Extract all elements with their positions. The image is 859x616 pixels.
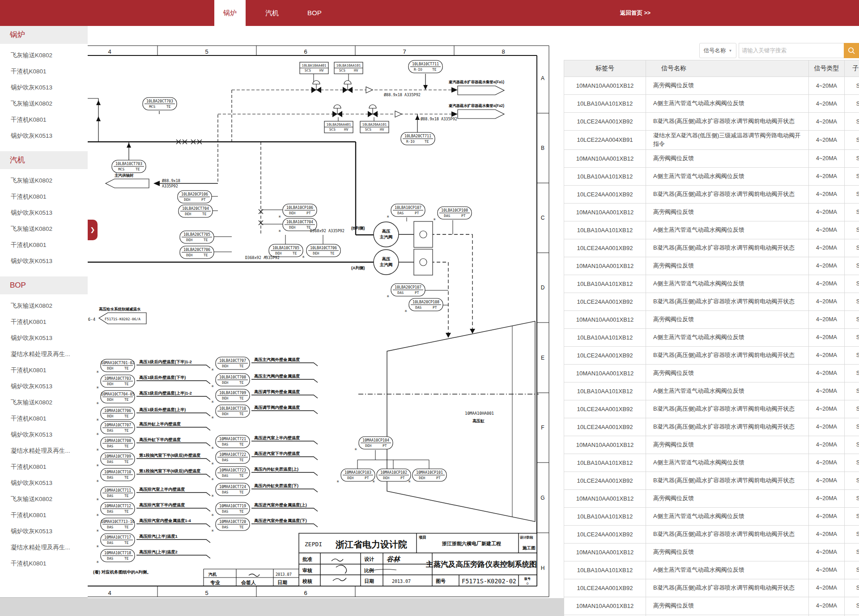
- sidebar-item[interactable]: 飞灰输送K0802: [0, 221, 88, 237]
- table-row[interactable]: 10MAN10AA001XB12高旁阀阀位反馈4~20MASCS: [564, 257, 859, 275]
- sidebar-item[interactable]: 锅炉吹灰K0513: [0, 523, 88, 540]
- table-row[interactable]: 10LCE24AA001XB92B凝汽器(高压侧)疏水扩容器喷水调节阀前电动阀开…: [564, 185, 859, 203]
- table-row[interactable]: 10MAN10AA001XB12高旁阀阀位反馈4~20MASCS: [564, 77, 859, 95]
- cell-name: 高旁阀阀位反馈: [646, 77, 809, 95]
- table-row[interactable]: 10MAN10AA001XB12高旁阀阀位反馈4~20MASCS: [564, 436, 859, 454]
- tag-type: TE: [239, 412, 244, 416]
- cell-tag: 10MAN10AA001XB12: [564, 310, 646, 328]
- table-row[interactable]: 10MAN10AA001XB12高旁阀阀位反馈4~20MASCS: [564, 203, 859, 221]
- cell-tag: 10LCE24AA001XB92: [564, 113, 646, 131]
- sidebar-item[interactable]: 干渣机K0801: [0, 459, 88, 475]
- sidebar-item[interactable]: 干渣机K0801: [0, 362, 88, 378]
- sidebar-item[interactable]: 干渣机K0801: [0, 189, 88, 205]
- svg-text:施工图: 施工图: [522, 545, 536, 550]
- sidebar-collapse-handle[interactable]: ❯: [88, 220, 98, 240]
- tab-0[interactable]: 锅炉: [214, 0, 246, 26]
- search-input[interactable]: [739, 43, 844, 58]
- cell-name: A侧主蒸汽管道气动疏水阀阀位反馈: [646, 275, 809, 293]
- sidebar-item[interactable]: 凝结水精处理及再生...: [0, 346, 88, 362]
- sidebar-item[interactable]: 锅炉吹灰K0513: [0, 378, 88, 395]
- sidebar-item[interactable]: 锅炉吹灰K0513: [0, 475, 88, 491]
- sidebar-item[interactable]: 锅炉吹灰K0513: [0, 80, 88, 96]
- sidebar-item[interactable]: 干渣机K0801: [0, 556, 88, 572]
- sidebar-item[interactable]: 锅炉吹灰K0513: [0, 330, 88, 346]
- sidebar-section-2[interactable]: BOP: [0, 276, 88, 294]
- table-row[interactable]: 10LCE24AA001XB92B凝汽器(高压侧)疏水扩容器喷水调节阀前电动阀开…: [564, 113, 859, 131]
- table-row[interactable]: 10LCE24AA001XB92B凝汽器(高压侧)疏水扩容器喷水调节阀前电动阀开…: [564, 346, 859, 364]
- table-row[interactable]: 10LCE22AA004XB91凝结水至A凝汽器(低压侧)三级减温器调节阀旁路电…: [564, 131, 859, 150]
- table-row[interactable]: 10LCE24AA001XB92B凝汽器(高压侧)疏水扩容器喷水调节阀前电动阀开…: [564, 525, 859, 543]
- table-row[interactable]: 10LCE24AA001XB92B凝汽器(高压侧)疏水扩容器喷水调节阀前电动阀开…: [564, 579, 859, 597]
- table-row[interactable]: 10MAN10AA001XB12高旁阀阀位反馈4~20MASCS: [564, 489, 859, 507]
- table-row[interactable]: 10LBA10AA101XB12A侧主蒸汽管道气动疏水阀阀位反馈4~20MASC…: [564, 95, 859, 113]
- tag-number: 10MAA10CT711: [104, 488, 131, 493]
- home-link[interactable]: 返回首页 >>: [620, 0, 651, 26]
- sidebar-item[interactable]: 锅炉吹灰K0513: [0, 427, 88, 443]
- sidebar-item[interactable]: 锅炉吹灰K0513: [0, 253, 88, 269]
- sidebar-item[interactable]: 锅炉吹灰K0513: [0, 205, 88, 221]
- sidebar-section-1[interactable]: 汽机: [0, 151, 88, 169]
- cell-type: 4~20MA: [809, 257, 845, 275]
- sidebar-item[interactable]: 凝结水精处理及再生...: [0, 443, 88, 459]
- table-row[interactable]: 10MAN10AA001XB12高旁阀阀位反馈4~20MASCS: [564, 310, 859, 328]
- cell-name: 高旁阀阀位反馈: [646, 149, 809, 167]
- table-row[interactable]: 10LBA10AA101XB12A侧主蒸汽管道气动疏水阀阀位反馈4~20MASC…: [564, 382, 859, 400]
- sidebar-item[interactable]: 飞灰输送K0802: [0, 47, 88, 64]
- cell-subsys: SCS: [845, 275, 859, 293]
- table-row[interactable]: 10LBA10AA101XB12A侧主蒸汽管道气动疏水阀阀位反馈4~20MASC…: [564, 221, 859, 239]
- table-row[interactable]: 10LBA10AA101XB12A侧主蒸汽管道气动疏水阀阀位反馈4~20MASC…: [564, 507, 859, 525]
- sidebar-item[interactable]: 干渣机K0801: [0, 314, 88, 330]
- table-row[interactable]: 10LBA10AA101XB12A侧主蒸汽管道气动疏水阀阀位反馈4~20MASC…: [564, 275, 859, 293]
- sidebar-item[interactable]: 飞灰输送K0802: [0, 298, 88, 314]
- sidebar-item[interactable]: 干渣机K0801: [0, 64, 88, 80]
- sidebar-item[interactable]: 飞灰输送K0802: [0, 173, 88, 189]
- cell-tag: 10LBA10AA101XB12: [564, 167, 646, 185]
- grid-ref-right: H: [541, 565, 545, 571]
- tag-system: DAS: [107, 494, 113, 498]
- star-mark-icon: ✳: [211, 529, 214, 533]
- sidebar-item[interactable]: 飞灰输送K0802: [0, 491, 88, 507]
- table-row[interactable]: 10LCE24AA001XB92B凝汽器(高压侧)疏水扩容器喷水调节阀前电动阀开…: [564, 400, 859, 418]
- table-row[interactable]: 10LBA10AA101XB12A侧主蒸汽管道气动疏水阀阀位反馈4~20MASC…: [564, 454, 859, 472]
- sidebar-item[interactable]: 干渣机K0801: [0, 112, 88, 128]
- sidebar-item[interactable]: 飞灰输送K0802: [0, 96, 88, 112]
- table-row[interactable]: 10MAN10AA001XB12高旁阀阀位反馈4~20MASCS: [564, 364, 859, 382]
- sidebar-item[interactable]: 凝结水精处理及再生...: [0, 540, 88, 556]
- cell-tag: 10LBA10AA101XB12: [564, 275, 646, 293]
- search-field-select[interactable]: 信号名称 ▼: [699, 43, 736, 58]
- sidebar-item[interactable]: 干渣机K0801: [0, 507, 88, 523]
- cell-tag: 10MAN10AA001XB12: [564, 257, 646, 275]
- tag-system: DEH: [186, 253, 192, 257]
- table-row[interactable]: 10MAN10AA001XB12高旁阀阀位反馈4~20MASCS: [564, 149, 859, 167]
- instrument-description: 高压进汽室下半内壁温度: [254, 451, 300, 456]
- sidebar-section-0[interactable]: 锅炉: [0, 26, 88, 44]
- dwg-annotation: Ø88.9x18 A335P92: [421, 117, 457, 121]
- table-row[interactable]: 10LCE24AA001XB92B凝汽器(高压侧)疏水扩容器喷水调节阀前电动阀开…: [564, 293, 859, 310]
- cell-type: 4~20MA: [809, 328, 845, 346]
- tag-number: 10LBA20CP106: [181, 192, 208, 196]
- sidebar-item[interactable]: 飞灰输送K0802: [0, 395, 88, 411]
- cell-subsys: SCS: [845, 543, 859, 561]
- tab-1[interactable]: 汽机: [256, 0, 288, 26]
- sidebar-item[interactable]: 干渣机K0801: [0, 411, 88, 427]
- table-row[interactable]: 10LBA10AA101XB12A侧主蒸汽管道气动疏水阀阀位反馈4~20MASC…: [564, 561, 859, 579]
- table-row[interactable]: 10LCE24AA001XB92B凝汽器(高压侧)疏水扩容器喷水调节阀前电动阀开…: [564, 472, 859, 489]
- table-row[interactable]: 10MAN10AA001XB12高旁阀阀位反馈4~20MASCS: [564, 597, 859, 615]
- table-row[interactable]: 10LBA10AA101XB12A侧主蒸汽管道气动疏水阀阀位反馈4~20MASC…: [564, 167, 859, 185]
- sidebar-item[interactable]: 锅炉吹灰K0513: [0, 128, 88, 144]
- table-row[interactable]: 10LCE24AA001XB92B凝汽器(高压侧)疏水扩容器喷水调节阀前电动阀开…: [564, 418, 859, 436]
- instrument-tag: 10LBA10AA101SCSHV: [334, 62, 363, 74]
- tag-system: DAS: [107, 429, 113, 433]
- star-mark-icon: ✳: [408, 480, 411, 484]
- instrument-tag: 10LBA20CP106DEHPT: [178, 191, 212, 203]
- cell-type: 4~20MA: [809, 275, 845, 293]
- search-button[interactable]: [844, 43, 859, 58]
- instrument-description: 高压1级后外壁温度(上半): [139, 407, 186, 412]
- table-row[interactable]: 10MAN10AA001XB12高旁阀阀位反馈4~20MASCS: [564, 543, 859, 561]
- instrument-description: 第1段抽汽室下半(6级后)外壁温度: [139, 453, 201, 458]
- table-row[interactable]: 10LBA10AA101XB12A侧主蒸汽管道气动疏水阀阀位反馈4~20MASC…: [564, 328, 859, 346]
- cell-subsys: SCS: [845, 454, 859, 472]
- table-row[interactable]: 10LCE24AA001XB92B凝汽器(高压侧)疏水扩容器喷水调节阀前电动阀开…: [564, 239, 859, 257]
- sidebar-item[interactable]: 干渣机K0801: [0, 237, 88, 253]
- tab-2[interactable]: BOP: [298, 0, 331, 26]
